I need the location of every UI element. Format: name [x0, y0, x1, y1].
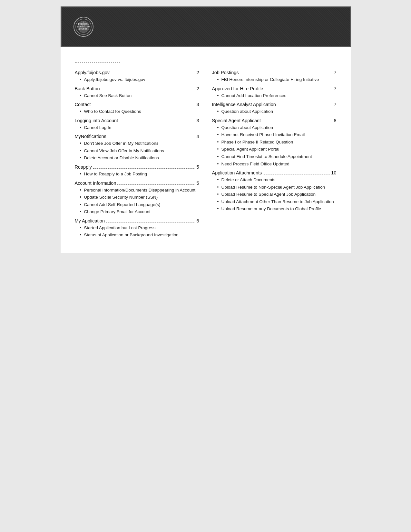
svg-text:INVEST.: INVEST.	[79, 28, 88, 30]
entry-text: Special Agent Applicant	[212, 118, 261, 123]
toc-columns: Apply.fbijobs.gov2•Apply.fbijobs.gov vs.…	[75, 70, 337, 241]
bullet-icon: •	[80, 92, 82, 99]
bullet-icon: •	[217, 92, 219, 99]
entry-text: Account Information	[75, 181, 116, 186]
list-item: •Upload Attachment Other Than Resume to …	[217, 198, 337, 205]
list-item: •Cannot View Job Offer in My Notificatio…	[80, 147, 199, 154]
toc-sub-items: •Question about Application	[217, 108, 337, 115]
sub-item-text: Question about Application	[221, 108, 273, 115]
content: Apply.fbijobs.gov2•Apply.fbijobs.gov vs.…	[61, 47, 351, 253]
dots	[92, 106, 195, 106]
bullet-icon: •	[80, 76, 82, 83]
bullet-icon: •	[80, 187, 82, 193]
page: FEDERAL BUREAU OF INVEST. Apply.fbijobs.…	[61, 6, 351, 253]
list-item: •Need Process Field Office Updated	[217, 161, 337, 167]
toc-section: My Application6•Started Application but …	[75, 218, 199, 238]
list-item: •Upload Resume to Non-Special Agent Job …	[217, 184, 337, 191]
list-item: •Cannot Add Self-Reported Language(s)	[80, 201, 199, 208]
sub-item-text: Cannot Add Location Preferences	[221, 93, 286, 99]
toc-main-entry: Special Agent Applicant8	[212, 118, 337, 123]
page-num: 6	[196, 218, 199, 223]
toc-sub-items: •Cannot Add Location Preferences	[217, 92, 337, 99]
sub-item-text: Phase I or Phase II Related Question	[221, 139, 293, 145]
sub-item-text: Delete or Attach Documents	[221, 177, 275, 183]
toc-main-entry: Intelligence Analyst Application7	[212, 102, 337, 107]
entry-text: Back Button	[75, 86, 100, 91]
toc-section: Apply.fbijobs.gov2•Apply.fbijobs.gov vs.…	[75, 70, 199, 83]
page-num: 7	[334, 102, 336, 107]
bullet-icon: •	[217, 76, 219, 83]
sub-item-text: Upload Resume to Special Agent Job Appli…	[221, 191, 316, 198]
list-item: •Delete or Attach Documents	[217, 176, 337, 183]
list-item: •Delete Account or Disable Notifications	[80, 154, 199, 161]
sub-item-text: Upload Attachment Other Than Resume to J…	[221, 199, 334, 205]
list-item: •Status of Application or Background Inv…	[80, 232, 199, 238]
bullet-icon: •	[217, 184, 219, 190]
bullet-icon: •	[217, 176, 219, 183]
sub-item-text: Update Social Security Number (SSN)	[84, 194, 158, 201]
list-item: •Who to Contact for Questions	[80, 108, 199, 115]
bullet-icon: •	[80, 224, 82, 231]
sub-item-text: Don't See Job Offer in My Notifications	[84, 140, 158, 147]
toc-main-entry: My Application6	[75, 218, 199, 223]
sub-item-text: Cannot Add Self-Reported Language(s)	[84, 202, 160, 208]
sub-item-text: Question about Application	[221, 124, 273, 131]
list-item: •Upload Resume to Special Agent Job Appl…	[217, 191, 337, 198]
list-item: •Have not Received Phase I Invitation Em…	[217, 131, 337, 138]
toc-main-entry: Account Information5	[75, 181, 199, 186]
page-num: 8	[334, 118, 336, 123]
page-num: 5	[196, 181, 199, 186]
toc-main-entry: Job Postings7	[212, 70, 337, 75]
bullet-icon: •	[80, 124, 82, 131]
toc-main-entry: Back Button2	[75, 86, 199, 91]
toc-section: Approved for Hire Profile7•Cannot Add Lo…	[212, 86, 337, 99]
toc-section: Job Postings7•FBI Honors Internship or C…	[212, 70, 337, 83]
bullet-icon: •	[217, 146, 219, 152]
toc-main-entry: Apply.fbijobs.gov2	[75, 70, 199, 75]
page-num: 2	[196, 86, 199, 91]
toc-main-entry: Logging into Account3	[75, 118, 199, 123]
list-item: •Cannot Log In	[80, 124, 199, 131]
list-item: •Apply.fbijobs.gov vs. fbijobs.gov	[80, 76, 199, 83]
list-item: •Update Social Security Number (SSN)	[80, 194, 199, 201]
sub-item-text: Started Application but Lost Progress	[84, 225, 155, 231]
entry-text: Job Postings	[212, 70, 239, 75]
page-num: 5	[196, 164, 199, 170]
toc-divider	[75, 62, 120, 63]
bullet-icon: •	[217, 124, 219, 131]
list-item: •Question about Application	[217, 124, 337, 131]
sub-item-text: Apply.fbijobs.gov vs. fbijobs.gov	[84, 76, 145, 83]
bullet-icon: •	[80, 154, 82, 161]
sub-item-text: How to Reapply to a Job Posting	[84, 171, 147, 177]
toc-main-entry: Reapply5	[75, 164, 199, 170]
sub-item-text: Cannot Find Timeslot to Schedule Appoint…	[221, 153, 312, 160]
sub-item-text: Cannot Log In	[84, 124, 111, 131]
sub-item-text: Upload Resume or any Documents to Global…	[221, 206, 321, 212]
toc-section: Intelligence Analyst Application7•Questi…	[212, 102, 337, 115]
bullet-icon: •	[217, 161, 219, 167]
dots	[240, 74, 333, 74]
toc-sub-items: •Started Application but Lost Progress•S…	[80, 224, 199, 238]
list-item: •Started Application but Lost Progress	[80, 224, 199, 231]
toc-main-entry: MyNotifications4	[75, 134, 199, 139]
toc-section: Application Attachments10•Delete or Atta…	[212, 170, 337, 212]
list-item: •Change Primary Email for Account	[80, 208, 199, 215]
entry-text: Intelligence Analyst Application	[212, 102, 276, 107]
sub-item-text: FBI Honors Internship or Collegiate Hiri…	[221, 76, 319, 83]
bullet-icon: •	[80, 140, 82, 146]
list-item: •FBI Honors Internship or Collegiate Hir…	[217, 76, 337, 83]
toc-sub-items: •Who to Contact for Questions	[80, 108, 199, 115]
dots	[108, 138, 195, 138]
page-num: 3	[196, 102, 199, 107]
entry-text: Contact	[75, 102, 91, 107]
toc-sub-items: •Delete or Attach Documents•Upload Resum…	[217, 176, 337, 212]
page-num: 10	[331, 170, 336, 175]
entry-text: Logging into Account	[75, 118, 118, 123]
sub-item-text: Status of Application or Background Inve…	[84, 232, 178, 238]
header: FEDERAL BUREAU OF INVEST.	[61, 6, 351, 47]
toc-section: Account Information5•Personal Informatio…	[75, 181, 199, 215]
list-item: •Cannot Add Location Preferences	[217, 92, 337, 99]
toc-section: Back Button2•Cannot See Back Button	[75, 86, 199, 99]
sub-item-text: Change Primary Email for Account	[84, 209, 150, 215]
list-item: •Question about Application	[217, 108, 337, 115]
